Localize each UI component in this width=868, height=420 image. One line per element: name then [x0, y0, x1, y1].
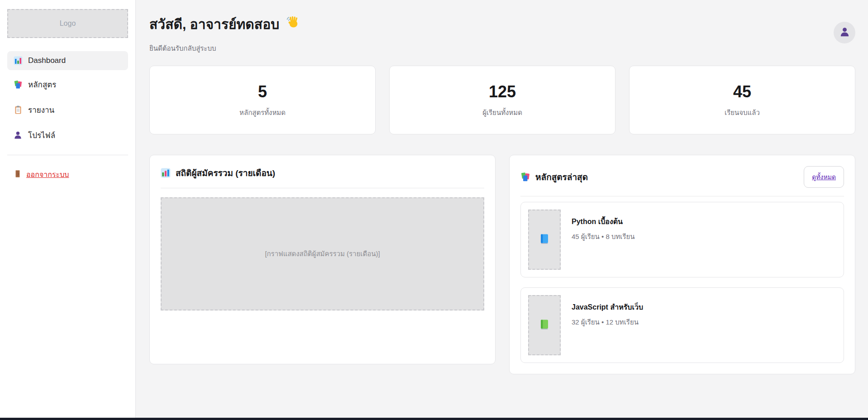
sidebar-nav: Dashboard หลักสูตร: [7, 51, 128, 149]
latest-courses-panel: หลักสูตรล่าสุด ดูทั้งหมด Python: [509, 155, 855, 374]
course-card-javascript[interactable]: JavaScript สำหรับเว็บ 32 ผู้เรียน • 12 บ…: [520, 287, 844, 363]
logo-placeholder: Logo: [7, 9, 128, 38]
books-icon: [14, 80, 23, 89]
stat-value: 45: [733, 82, 751, 101]
main-content: สวัสดี, อาจารย์ทดสอบ: [136, 0, 868, 420]
course-title: JavaScript สำหรับเว็บ: [572, 301, 643, 313]
course-info: JavaScript สำหรับเว็บ 32 ผู้เรียน • 12 บ…: [572, 295, 643, 355]
panel-divider: [520, 196, 844, 196]
logo-text: Logo: [60, 19, 76, 28]
greeting-block: สวัสดี, อาจารย์ทดสอบ: [149, 14, 300, 54]
panels-row: สถิติผู้สมัครรวม (รายเดือน) [กราฟแสดงสถิ…: [149, 155, 855, 374]
greeting-text: สวัสดี, อาจารย์ทดสอบ: [149, 14, 279, 35]
chart-panel-header: สถิติผู้สมัครรวม (รายเดือน): [161, 166, 484, 180]
sidebar-divider: [7, 155, 128, 155]
chart-panel-title: สถิติผู้สมัครรวม (รายเดือน): [161, 166, 275, 180]
sidebar-item-label: หลักสูตร: [28, 78, 56, 91]
waving-hand-icon: [286, 15, 300, 33]
logout-label: ออกจากระบบ: [26, 169, 69, 180]
stat-label: หลักสูตรทั้งหมด: [239, 107, 286, 118]
person-icon: [14, 131, 23, 140]
stat-value: 125: [489, 82, 516, 101]
stat-card-total-courses: 5 หลักสูตรทั้งหมด: [149, 66, 376, 134]
page-header: สวัสดี, อาจารย์ทดสอบ: [149, 14, 855, 54]
green-book-icon: [539, 319, 549, 332]
avatar[interactable]: [834, 22, 855, 43]
door-icon: [14, 170, 22, 180]
sidebar-item-reports[interactable]: รายงาน: [7, 99, 128, 121]
course-thumbnail-placeholder: [528, 210, 561, 270]
blue-book-icon: [539, 234, 549, 246]
bottom-bar: [0, 418, 868, 420]
page-title: สวัสดี, อาจารย์ทดสอบ: [149, 14, 300, 35]
course-card-python[interactable]: Python เบื้องต้น 45 ผู้เรียน • 8 บทเรียน: [520, 202, 844, 277]
course-thumbnail-placeholder: [528, 295, 561, 355]
course-meta: 32 ผู้เรียน • 12 บทเรียน: [572, 317, 643, 328]
person-icon: [839, 27, 850, 39]
stat-label: เรียนจบแล้ว: [725, 107, 760, 118]
bar-chart-icon: [14, 56, 23, 65]
sidebar-item-courses[interactable]: หลักสูตร: [7, 73, 128, 95]
stat-value: 5: [258, 82, 267, 101]
chart-panel-title-text: สถิติผู้สมัครรวม (รายเดือน): [176, 166, 275, 180]
course-info: Python เบื้องต้น 45 ผู้เรียน • 8 บทเรียน: [572, 210, 635, 270]
enrollment-stats-panel: สถิติผู้สมัครรวม (รายเดือน) [กราฟแสดงสถิ…: [149, 155, 496, 364]
sidebar-item-label: รายงาน: [28, 104, 54, 116]
courses-panel-title-text: หลักสูตรล่าสุด: [535, 170, 588, 184]
stats-row: 5 หลักสูตรทั้งหมด 125 ผู้เรียนทั้งหมด 45…: [149, 66, 855, 134]
bar-chart-icon: [161, 168, 171, 178]
welcome-subtitle: ยินดีต้อนรับกลับสู่ระบบ: [149, 43, 300, 54]
course-title: Python เบื้องต้น: [572, 216, 635, 227]
books-icon: [520, 172, 530, 182]
stat-label: ผู้เรียนทั้งหมด: [482, 107, 522, 118]
sidebar-item-dashboard[interactable]: Dashboard: [7, 51, 128, 70]
stat-card-total-students: 125 ผู้เรียนทั้งหมด: [389, 66, 615, 134]
panel-divider: [161, 188, 484, 188]
chart-placeholder-text: [กราฟแสดงสถิติผู้สมัครรวม (รายเดือน)]: [265, 248, 380, 259]
sidebar-item-label: โปรไฟล์: [28, 129, 55, 141]
clipboard-icon: [14, 105, 23, 115]
chart-placeholder: [กราฟแสดงสถิติผู้สมัครรวม (รายเดือน)]: [161, 197, 484, 310]
view-all-button[interactable]: ดูทั้งหมด: [804, 166, 844, 188]
courses-panel-title: หลักสูตรล่าสุด: [520, 170, 588, 184]
sidebar: Logo Dashboard หลักสูตร: [0, 0, 136, 420]
logout-link[interactable]: ออกจากระบบ: [14, 169, 69, 180]
course-meta: 45 ผู้เรียน • 8 บทเรียน: [572, 231, 635, 242]
stat-card-completed: 45 เรียนจบแล้ว: [629, 66, 855, 134]
courses-panel-header: หลักสูตรล่าสุด ดูทั้งหมด: [520, 166, 844, 188]
sidebar-item-label: Dashboard: [28, 56, 66, 65]
sidebar-item-profile[interactable]: โปรไฟล์: [7, 124, 128, 146]
